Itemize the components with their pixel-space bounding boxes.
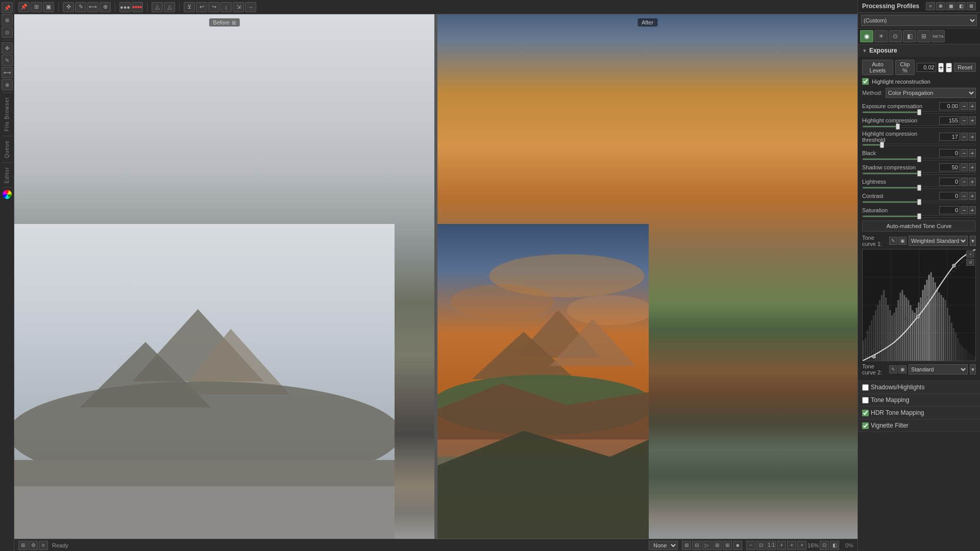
profiles-btn-menu[interactable]: ≡ — [926, 2, 935, 10]
exposure-dec-btn[interactable]: − — [961, 102, 968, 110]
tab-color[interactable]: ☀ — [874, 30, 888, 42]
tab-lens[interactable]: ◧ — [903, 30, 916, 42]
hc-inc-btn[interactable]: + — [969, 116, 976, 124]
color-chips-btn[interactable]: ■■■■ — [132, 2, 143, 12]
nav-export[interactable]: ⊻ — [184, 2, 195, 12]
contrast-dec-btn[interactable]: − — [961, 192, 968, 200]
toolbar-transform[interactable]: ⟷ — [2, 67, 13, 78]
bottom-btn-settings[interactable]: ⚙ — [29, 541, 38, 550]
toolbar-crop[interactable]: ⊕ — [2, 79, 13, 90]
reset-btn[interactable]: Reset — [954, 63, 976, 72]
hc-dec-btn[interactable]: − — [961, 116, 968, 124]
tc-reset-btn[interactable]: ↺ — [966, 259, 974, 266]
saturation-slider-thumb[interactable] — [917, 213, 921, 219]
black-slider-thumb[interactable] — [917, 156, 921, 162]
clip-pct-btn[interactable]: Clip % — [895, 60, 915, 75]
clip-inc-btn[interactable]: + — [938, 63, 944, 72]
transform-select[interactable]: None — [649, 541, 678, 550]
saturation-inc-btn[interactable]: + — [969, 206, 976, 214]
black-inc-btn[interactable]: + — [969, 149, 976, 157]
exposure-inc-btn[interactable]: + — [969, 102, 976, 110]
exposure-compensation-input[interactable] — [939, 102, 960, 110]
contrast-input[interactable] — [939, 192, 960, 200]
split-view-btn[interactable]: ◧ — [830, 541, 839, 550]
contrast-slider-track[interactable] — [862, 201, 976, 203]
exposure-section-header[interactable]: ▼ Exposure — [858, 44, 980, 57]
btn-skip-fwd[interactable]: ⊞ — [723, 541, 732, 550]
saturation-input[interactable] — [939, 206, 960, 214]
method-select[interactable]: Color Propagation Luminance Recovery Ble… — [886, 88, 976, 98]
sc-dec-btn[interactable]: − — [961, 163, 968, 171]
contrast-inc-btn[interactable]: + — [969, 192, 976, 200]
tone-curve-1-select[interactable]: Weighted Standard Linear Custom Parametr… — [909, 236, 968, 246]
highlight-compression-input[interactable] — [939, 116, 960, 124]
tc1-mode-icon[interactable]: ▣ — [898, 237, 906, 245]
zoom-out-btn[interactable]: − — [746, 541, 755, 550]
tc1-expand-btn[interactable]: ▼ — [970, 236, 976, 246]
tc2-expand-btn[interactable]: ▼ — [970, 364, 976, 374]
exposure-slider-thumb[interactable] — [917, 109, 921, 115]
tool-crop2[interactable]: ⊕ — [100, 2, 111, 12]
hdr-tone-mapping-checkbox[interactable] — [862, 410, 869, 416]
nav-undo[interactable]: ↩ — [196, 2, 207, 12]
vignette-filter-checkbox[interactable] — [862, 422, 869, 429]
btn-skip-back[interactable]: ⊞ — [682, 541, 691, 550]
btn-step-back[interactable]: ⊟ — [692, 541, 701, 550]
hdr-tone-mapping-header[interactable]: HDR Tone Mapping — [858, 407, 980, 419]
profile-select[interactable]: (Custom) — [861, 15, 977, 26]
zoom-100-btn[interactable]: 1:1 — [767, 541, 776, 550]
clip-value-input[interactable]: 0.02 — [917, 63, 936, 72]
saturation-slider-track[interactable] — [862, 215, 976, 217]
lightness-input[interactable] — [939, 178, 960, 186]
zoom-fit-btn[interactable]: ⊡ — [756, 541, 766, 550]
lightness-slider-thumb[interactable] — [917, 185, 921, 191]
highlight-reconstruction-checkbox[interactable] — [862, 78, 869, 85]
highlight-reconstruction-label[interactable]: Highlight reconstruction — [872, 79, 930, 85]
clip-indicator-2[interactable]: △ — [164, 2, 175, 12]
vignette-filter-header[interactable]: Vignette Filter — [858, 419, 980, 432]
sc-slider-track[interactable] — [862, 172, 976, 174]
clip-dec-btn[interactable]: − — [946, 63, 952, 72]
tc2-edit-icon[interactable]: ✎ — [889, 365, 897, 373]
bottom-btn-filebrowser[interactable]: ⊞ — [18, 541, 28, 550]
lightness-slider-track[interactable] — [862, 187, 976, 189]
sc-input[interactable] — [939, 163, 960, 171]
btn-step-fwd[interactable]: ⊞ — [713, 541, 722, 550]
tool-transform2[interactable]: ⟷ — [87, 2, 99, 12]
tc2-mode-icon[interactable]: ▣ — [898, 365, 906, 373]
clip-indicator-1[interactable]: △ — [152, 2, 163, 12]
toolbar-settings[interactable]: ⊙ — [2, 27, 13, 38]
shadows-highlights-header[interactable]: Shadows/Highlights — [858, 381, 980, 393]
zoom-in2-btn[interactable]: + — [787, 541, 796, 550]
toolbar-pin[interactable]: 📌 — [2, 2, 13, 13]
tab-raw[interactable]: ⊞ — [917, 30, 930, 42]
lightness-dec-btn[interactable]: − — [961, 178, 968, 186]
saturation-dec-btn[interactable]: − — [961, 206, 968, 214]
nav-send[interactable]: ⇲ — [233, 2, 244, 12]
tool-add2[interactable]: ✜ — [63, 2, 74, 12]
profiles-btn-add[interactable]: ⊕ — [936, 2, 945, 10]
tab-meta[interactable]: META — [932, 30, 945, 42]
nav-sync[interactable]: ↕ — [220, 2, 232, 12]
tone-mapping-checkbox[interactable] — [862, 397, 869, 404]
tool-edit2[interactable]: ✎ — [75, 2, 86, 12]
toolbar-add[interactable]: ✜ — [2, 42, 13, 54]
toolbar-edit[interactable]: ✎ — [2, 55, 13, 66]
color-wheel[interactable] — [3, 190, 12, 199]
tool-pin[interactable]: 📌 — [18, 2, 30, 12]
hct-input[interactable] — [939, 133, 960, 141]
toolbar-filebrowser[interactable]: ⊞ — [2, 14, 13, 26]
hct-slider-track[interactable] — [862, 144, 976, 146]
black-slider-track[interactable] — [862, 158, 976, 160]
hct-dec-btn[interactable]: − — [961, 133, 968, 141]
before-lock-icon[interactable]: ⊞ — [232, 20, 236, 26]
btn-stop[interactable]: ■ — [733, 541, 742, 550]
auto-matched-tone-curve-btn[interactable]: Auto-matched Tone Curve — [862, 220, 976, 232]
lightness-inc-btn[interactable]: + — [969, 178, 976, 186]
bottom-btn-menu[interactable]: ≡ — [39, 541, 48, 550]
hct-slider-thumb[interactable] — [880, 142, 884, 148]
tool-filebrowser[interactable]: ⊞ — [31, 2, 42, 12]
exposure-slider-track[interactable] — [862, 111, 976, 113]
profiles-btn-save[interactable]: ⊞ — [967, 2, 976, 10]
sc-slider-thumb[interactable] — [917, 170, 921, 177]
